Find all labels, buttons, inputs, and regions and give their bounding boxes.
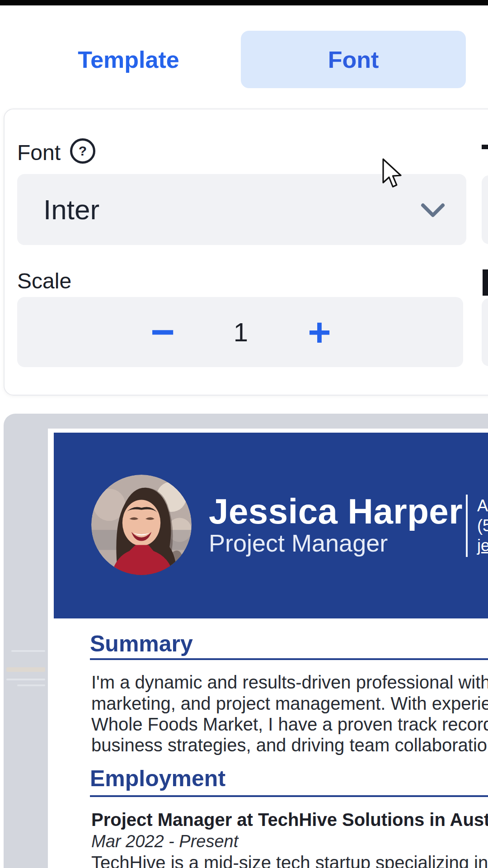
summary-line: marketing, and project management. With … [91,693,488,714]
tab-template[interactable]: Template [16,31,241,88]
scale-increase-button[interactable]: + [283,297,356,367]
chevron-down-icon [420,203,446,219]
summary-line: Whole Foods Market, I have a proven trac… [91,714,488,735]
scale-value: 1 [205,297,277,367]
employment-job-title: Project Manager at TechHive Solutions in… [91,810,488,830]
employment-date-range: Mar 2022 - Present [91,832,238,851]
cursor-pointer-icon [382,158,404,192]
cropped-label-fragment-top [482,145,488,149]
contact-address-fragment: A [477,496,488,516]
font-field-label: Font [17,140,61,165]
employment-heading: Employment [90,765,225,792]
summary-line: business strategies, and driving team co… [91,735,488,755]
resume-name: Jessica Harper [209,491,463,532]
scale-decrease-button[interactable]: − [127,297,199,367]
preview-gutter-artifact [17,684,45,686]
cropped-label-fragment-bottom [483,269,488,296]
font-select-value: Inter [43,174,99,245]
summary-line: I'm a dynamic and results-driven profess… [91,672,488,693]
summary-rule [90,658,488,660]
cropped-dropdown-fragment [482,175,488,244]
tab-font[interactable]: Font [241,31,466,88]
scale-field-label: Scale [17,269,71,293]
help-icon[interactable]: ? [70,138,95,164]
employment-rule [90,795,488,797]
top-black-bar [0,0,488,5]
app-screen: Template Font Font ? Inter Scale − 1 + [0,0,488,868]
preview-gutter-artifact [6,667,45,672]
employment-description-line: TechHive is a mid-size tech startup spec… [91,853,488,868]
contact-block: A (5 je [477,496,488,556]
header-divider [466,495,468,557]
profile-photo [91,475,192,575]
cropped-control-fragment [482,298,488,366]
summary-heading: Summary [90,631,193,657]
preview-gutter-artifact [6,679,45,680]
preview-gutter-artifact [11,650,45,652]
resume-job-title: Project Manager [209,529,388,557]
contact-email-link-fragment[interactable]: je [477,536,488,556]
contact-phone-fragment: (5 [477,516,488,536]
